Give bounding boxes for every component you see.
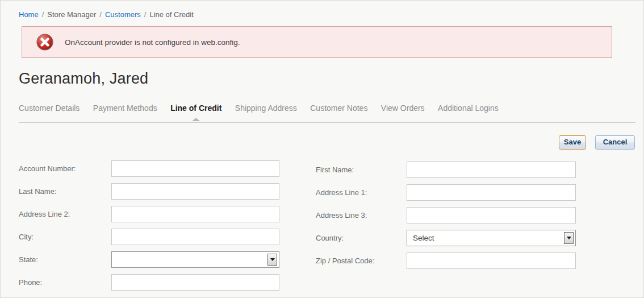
last-name-field[interactable] [111, 183, 279, 200]
breadcrumb-line-of-credit: Line of Credit [149, 10, 193, 19]
phone-label: Phone: [19, 278, 111, 287]
breadcrumb-separator: / [141, 10, 150, 19]
breadcrumb-store-manager: Store Manager [47, 10, 96, 19]
account-number-field[interactable] [111, 160, 279, 177]
chevron-down-icon[interactable] [267, 254, 277, 266]
form-row-address-line-3: Address Line 3: [316, 207, 576, 224]
breadcrumb-customers-link[interactable]: Customers [105, 10, 141, 19]
error-x-icon [36, 34, 53, 51]
address-line-1-field[interactable] [407, 184, 576, 201]
tab-view-orders[interactable]: View Orders [381, 104, 425, 113]
first-name-field[interactable] [407, 162, 576, 178]
phone-field[interactable] [111, 274, 279, 291]
breadcrumb: Home/Store Manager/Customers/Line of Cre… [19, 10, 194, 19]
form-row-account-number: Account Number: [19, 160, 279, 177]
form-column-right: First Name: Address Line 1: Address Line… [316, 162, 576, 275]
chevron-down-icon[interactable] [564, 232, 574, 244]
breadcrumb-separator: / [96, 10, 105, 19]
line-of-credit-page: Home/Store Manager/Customers/Line of Cre… [0, 0, 644, 298]
first-name-label: First Name: [316, 165, 407, 174]
tab-shipping-address[interactable]: Shipping Address [235, 104, 297, 113]
form-row-phone: Phone: [19, 274, 279, 291]
error-banner: OnAccount provider is not configured in … [22, 26, 612, 58]
form-row-first-name: First Name: [316, 162, 576, 178]
country-label: Country: [316, 234, 407, 242]
account-number-label: Account Number: [19, 164, 111, 173]
form-row-last-name: Last Name: [19, 183, 279, 200]
tab-bar: Customer Details Payment Methods Line of… [19, 103, 509, 113]
tab-separator-line [19, 122, 635, 123]
form-column-left: Account Number: Last Name: Address Line … [19, 160, 279, 297]
address-line-2-field[interactable] [111, 206, 279, 222]
page-title: Geranamoh, Jared [19, 70, 148, 88]
form-row-address-line-2: Address Line 2: [19, 206, 279, 222]
tab-line-of-credit[interactable]: Line of Credit [170, 104, 221, 113]
country-select-value: Select [407, 230, 575, 246]
state-select[interactable] [111, 251, 279, 268]
error-message: OnAccount provider is not configured in … [65, 38, 240, 47]
breadcrumb-home-link[interactable]: Home [19, 10, 39, 19]
city-label: City: [19, 233, 111, 241]
tab-additional-logins[interactable]: Additional Logins [438, 104, 499, 113]
country-select[interactable]: Select [407, 230, 576, 246]
breadcrumb-separator: / [39, 10, 48, 19]
form-row-address-line-1: Address Line 1: [316, 184, 576, 201]
address-line-3-label: Address Line 3: [316, 211, 407, 220]
tab-payment-methods[interactable]: Payment Methods [93, 104, 157, 113]
zip-postal-code-label: Zip / Postal Code: [316, 256, 407, 265]
zip-postal-code-field[interactable] [407, 253, 576, 269]
save-button[interactable]: Save [559, 135, 586, 150]
form-row-zip: Zip / Postal Code: [316, 253, 576, 269]
address-line-1-label: Address Line 1: [316, 188, 407, 197]
form-row-state: State: [19, 251, 279, 268]
address-line-3-field[interactable] [407, 207, 576, 224]
city-field[interactable] [111, 229, 279, 245]
last-name-label: Last Name: [19, 187, 111, 196]
tab-customer-notes[interactable]: Customer Notes [310, 104, 367, 113]
tab-customer-details[interactable]: Customer Details [19, 104, 80, 113]
state-label: State: [19, 255, 111, 264]
form-row-country: Country: Select [316, 230, 576, 246]
address-line-2-label: Address Line 2: [19, 210, 111, 218]
cancel-button[interactable]: Cancel [595, 135, 635, 150]
form-row-city: City: [19, 229, 279, 245]
